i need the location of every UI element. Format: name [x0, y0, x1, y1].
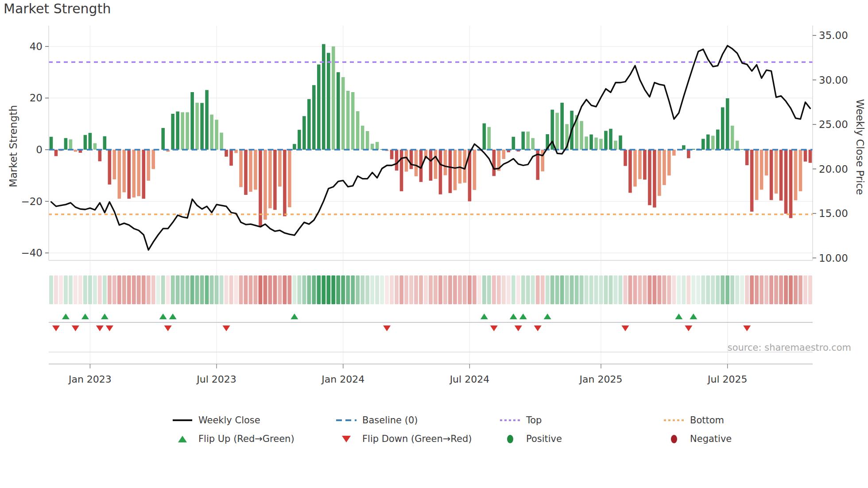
svg-text:−40: −40: [21, 247, 43, 259]
svg-text:20.00: 20.00: [819, 163, 848, 175]
legend-label: Flip Up (Red→Green): [198, 434, 294, 444]
legend-item-flip-down: Flip Down (Green→Red): [335, 434, 499, 444]
svg-text:30.00: 30.00: [819, 74, 848, 86]
source-credit: source: sharemaestro.com: [728, 342, 851, 353]
negative-circle-icon: [663, 435, 686, 443]
legend-label: Negative: [690, 434, 732, 444]
legend-item-positive: Positive: [499, 434, 663, 444]
baseline-dash-icon: [335, 419, 358, 421]
flip-up-triangle-icon: [171, 436, 194, 442]
top-dotted-icon: [499, 419, 522, 421]
svg-text:0: 0: [36, 144, 43, 155]
legend-label: Top: [526, 415, 542, 426]
svg-text:40: 40: [30, 41, 43, 52]
flip-down-triangle-icon: [335, 436, 358, 442]
legend-label: Weekly Close: [198, 415, 260, 426]
figure: Market Strength Market Strength Weekly C…: [0, 0, 868, 488]
svg-text:Jan 2023: Jan 2023: [68, 374, 112, 385]
svg-text:Jan 2025: Jan 2025: [579, 374, 623, 385]
svg-text:Jul 2023: Jul 2023: [196, 374, 236, 385]
svg-text:15.00: 15.00: [819, 208, 848, 219]
legend-item-baseline: Baseline (0): [335, 415, 499, 426]
legend-label: Flip Down (Green→Red): [362, 434, 472, 444]
svg-text:Jan 2024: Jan 2024: [321, 374, 364, 385]
svg-text:Jul 2024: Jul 2024: [449, 374, 490, 385]
legend: Weekly Close Baseline (0) Top Bottom Fli…: [171, 411, 826, 448]
legend-item-bottom: Bottom: [663, 415, 826, 426]
svg-text:35.00: 35.00: [819, 30, 848, 41]
legend-label: Bottom: [690, 415, 724, 426]
positive-circle-icon: [499, 435, 522, 443]
legend-label: Positive: [526, 434, 562, 444]
legend-item-weekly-close: Weekly Close: [171, 415, 335, 426]
svg-text:−20: −20: [21, 196, 43, 207]
svg-text:10.00: 10.00: [819, 252, 848, 264]
bottom-dotted-icon: [663, 419, 686, 421]
svg-text:25.00: 25.00: [819, 119, 848, 130]
legend-label: Baseline (0): [362, 415, 418, 426]
weekly-close-line-icon: [171, 419, 194, 421]
legend-item-top: Top: [499, 415, 663, 426]
svg-text:20: 20: [30, 92, 43, 104]
legend-item-negative: Negative: [663, 434, 826, 444]
svg-text:Jul 2025: Jul 2025: [707, 374, 748, 385]
legend-item-flip-up: Flip Up (Red→Green): [171, 434, 335, 444]
